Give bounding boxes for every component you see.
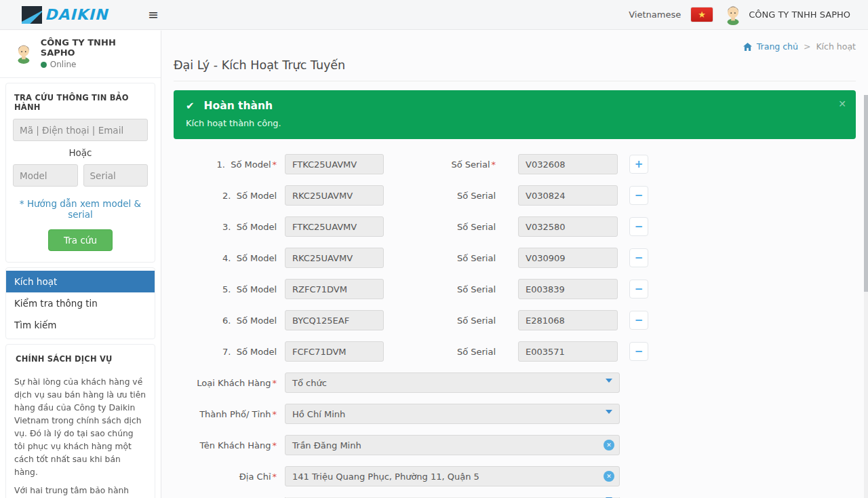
required-asterisk: * bbox=[273, 159, 277, 170]
customer-text-input[interactable]: 141 Triệu Quang Phục, Phường 11, Quận 5 bbox=[285, 466, 620, 486]
activation-form: 1. Số Model* Số Serial* + 2. Số Model* S… bbox=[174, 154, 856, 498]
customer-text-input[interactable]: Trần Đăng Minh bbox=[285, 435, 620, 455]
customer-field-row: Tên Khách Hàng* Trần Đăng Minh ✕ bbox=[174, 435, 856, 455]
serial-input[interactable] bbox=[518, 248, 618, 268]
model-input[interactable] bbox=[285, 185, 384, 206]
sidebar-item-search[interactable]: Tìm kiếm bbox=[6, 314, 155, 336]
sidebar-user-name: CÔNG TY TNHH SAPHO bbox=[41, 37, 153, 58]
service-policy-card: CHÍNH SÁCH DỊCH VỤ Sự hài lòng của khách… bbox=[5, 344, 155, 498]
sidebar-item-activate[interactable]: Kích hoạt bbox=[6, 271, 155, 292]
required-asterisk: * bbox=[273, 378, 277, 388]
serial-input[interactable] bbox=[518, 279, 618, 299]
customer-select[interactable]: Tổ chức bbox=[285, 372, 620, 393]
model-label: Số Model bbox=[237, 222, 277, 232]
user-menu[interactable]: CÔNG TY TNHH SAPHO bbox=[723, 5, 850, 25]
remove-row-button[interactable]: − bbox=[629, 280, 648, 299]
device-row: 7. Số Model* Số Serial* − bbox=[174, 341, 856, 362]
main-content: Trang chủ > Kích hoạt Đại Lý - Kích Hoạt… bbox=[162, 31, 868, 498]
sidebar-item-check-info[interactable]: Kiểm tra thông tin bbox=[6, 292, 155, 314]
customer-field-row: Thành Phố/ Tỉnh* Hồ Chí Minh bbox=[174, 404, 856, 424]
sidebar-user-avatar bbox=[14, 43, 34, 64]
row-index: 5. bbox=[222, 284, 231, 294]
home-icon bbox=[743, 43, 752, 51]
row-index: 4. bbox=[222, 253, 231, 263]
lookup-model-input[interactable] bbox=[13, 164, 78, 187]
lookup-serial-input[interactable] bbox=[83, 164, 149, 187]
warranty-lookup-card: TRA CỨU THÔNG TIN BẢO HÀNH Hoặc * Hướng … bbox=[5, 83, 155, 263]
required-asterisk: * bbox=[273, 409, 277, 419]
model-input[interactable] bbox=[285, 216, 384, 237]
remove-row-button[interactable]: − bbox=[629, 186, 648, 205]
remove-row-button[interactable]: − bbox=[629, 342, 648, 361]
breadcrumb: Trang chủ > Kích hoạt bbox=[174, 31, 856, 52]
vietnam-flag-icon[interactable]: ★ bbox=[690, 7, 713, 22]
top-header: DAIKIN ≡ Vietnamese ★ CÔNG TY TNHH SAPHO bbox=[0, 0, 868, 30]
model-input[interactable] bbox=[285, 341, 384, 362]
row-index: 3. bbox=[222, 222, 231, 232]
lookup-heading: TRA CỨU THÔNG TIN BẢO HÀNH bbox=[13, 90, 148, 119]
language-label[interactable]: Vietnamese bbox=[629, 9, 681, 20]
success-alert: ✔ Hoàn thành Kích hoạt thành công. ✕ bbox=[174, 90, 856, 139]
device-row: 4. Số Model* Số Serial* − bbox=[174, 248, 856, 268]
serial-input[interactable] bbox=[518, 310, 618, 330]
sidebar-nav: Kích hoạtKiểm tra thông tinTìm kiếm bbox=[5, 267, 155, 339]
clear-input-icon[interactable]: ✕ bbox=[604, 440, 614, 451]
serial-input[interactable] bbox=[518, 216, 618, 237]
scrollbar-thumb[interactable] bbox=[864, 95, 868, 292]
field-label: Địa Chỉ bbox=[239, 472, 271, 482]
add-row-button[interactable]: + bbox=[629, 155, 648, 174]
remove-row-button[interactable]: − bbox=[629, 311, 648, 330]
model-label: Số Model bbox=[237, 253, 277, 263]
model-label: Số Model bbox=[237, 347, 277, 357]
clear-input-icon[interactable]: ✕ bbox=[604, 471, 614, 482]
model-label: Số Model bbox=[231, 159, 271, 170]
vertical-scrollbar[interactable] bbox=[864, 95, 868, 498]
customer-field-row: Loại Khách Hàng* Tổ chức bbox=[174, 372, 856, 393]
device-row: 5. Số Model* Số Serial* − bbox=[174, 279, 856, 299]
daikin-logo-text: DAIKIN bbox=[45, 6, 108, 23]
field-value: 141 Triệu Quang Phục, Phường 11, Quận 5 bbox=[292, 472, 479, 482]
required-asterisk: * bbox=[273, 440, 277, 451]
daikin-logo-mark-icon bbox=[22, 6, 42, 24]
alert-message: Kích hoạt thành công. bbox=[186, 118, 844, 128]
field-label: Tên Khách Hàng bbox=[200, 440, 271, 451]
chevron-down-icon bbox=[606, 410, 612, 414]
device-row: 1. Số Model* Số Serial* + bbox=[174, 154, 856, 174]
close-icon[interactable]: ✕ bbox=[838, 98, 846, 109]
lookup-submit-button[interactable]: Tra cứu bbox=[48, 229, 113, 251]
serial-input[interactable] bbox=[518, 154, 618, 174]
sidebar-toggle-icon[interactable]: ≡ bbox=[148, 8, 159, 21]
remove-row-button[interactable]: − bbox=[629, 248, 648, 267]
customer-select[interactable]: Hồ Chí Minh bbox=[285, 404, 620, 424]
serial-label: Số Serial bbox=[457, 191, 496, 201]
user-avatar bbox=[723, 5, 743, 25]
serial-input[interactable] bbox=[518, 341, 618, 362]
model-input[interactable] bbox=[285, 279, 384, 299]
breadcrumb-current: Kích hoạt bbox=[816, 41, 856, 52]
online-status-dot bbox=[41, 62, 47, 68]
model-label: Số Model bbox=[237, 315, 277, 326]
model-input[interactable] bbox=[285, 310, 384, 330]
remove-row-button[interactable]: − bbox=[629, 217, 648, 236]
device-row: 2. Số Model* Số Serial* − bbox=[174, 185, 856, 206]
lookup-code-input[interactable] bbox=[13, 119, 148, 141]
serial-label: Số Serial bbox=[457, 253, 496, 263]
breadcrumb-home-link[interactable]: Trang chủ bbox=[757, 41, 798, 52]
required-asterisk: * bbox=[492, 159, 496, 170]
row-index: 2. bbox=[222, 191, 231, 201]
field-value: Trần Đăng Minh bbox=[292, 440, 361, 451]
model-input[interactable] bbox=[285, 154, 384, 174]
model-label: Số Model bbox=[237, 191, 277, 201]
row-index: 6. bbox=[222, 315, 231, 326]
alert-title: Hoàn thành bbox=[204, 100, 273, 112]
policy-paragraph: Sự hài lòng của khách hàng về dịch vụ sa… bbox=[14, 376, 146, 479]
policy-heading: CHÍNH SÁCH DỊCH VỤ bbox=[14, 351, 146, 370]
check-icon: ✔ bbox=[186, 100, 195, 112]
page-title: Đại Lý - Kích Hoạt Trực Tuyến bbox=[174, 52, 856, 81]
serial-label: Số Serial bbox=[457, 347, 496, 357]
model-input[interactable] bbox=[285, 248, 384, 268]
policy-paragraph: Với hai trung tâm bảo hành chính tại TP.… bbox=[14, 484, 146, 498]
serial-input[interactable] bbox=[518, 185, 618, 206]
daikin-logo[interactable]: DAIKIN bbox=[0, 6, 136, 24]
model-serial-guide-link[interactable]: * Hướng dẫn xem model & serial bbox=[13, 198, 148, 220]
